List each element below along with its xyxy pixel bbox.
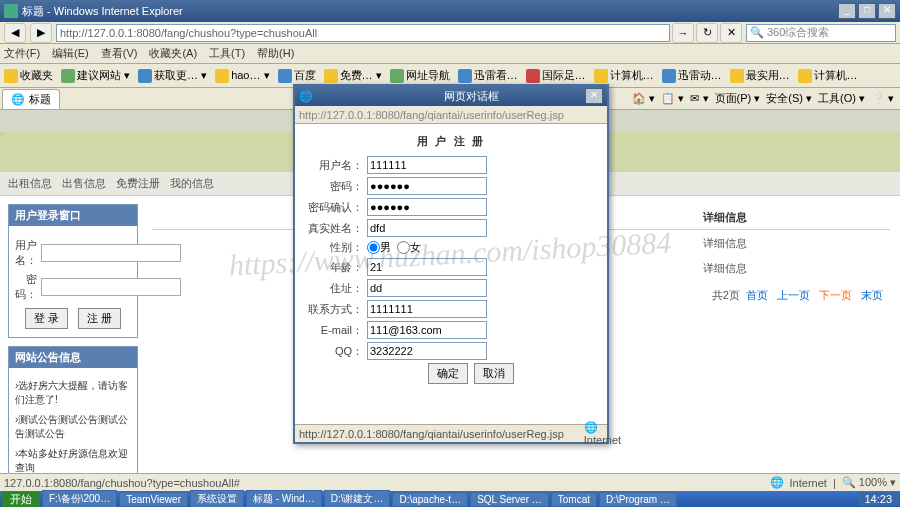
fav-item[interactable]: 计算机… xyxy=(594,68,654,83)
page-menu[interactable]: 页面(P) ▾ xyxy=(715,91,761,106)
fav-item[interactable]: 迅雷动… xyxy=(662,68,722,83)
nav-item[interactable]: 我的信息 xyxy=(170,176,214,191)
browser-tab[interactable]: 🌐 标题 xyxy=(2,89,60,109)
fav-item[interactable]: 获取更… ▾ xyxy=(138,68,207,83)
star-icon xyxy=(4,69,18,83)
pager-prev[interactable]: 上一页 xyxy=(777,289,810,301)
nav-item[interactable]: 出租信息 xyxy=(8,176,52,191)
search-input[interactable]: 🔍 360综合搜索 xyxy=(746,24,896,42)
dialog-close-button[interactable]: ✕ xyxy=(585,88,603,104)
nav-item[interactable]: 出售信息 xyxy=(62,176,106,191)
reg-contact-input[interactable] xyxy=(367,300,487,318)
dialog-status-zone: 🌐 Internet xyxy=(584,421,621,446)
status-zoom[interactable]: 🔍 100% ▾ xyxy=(842,476,896,489)
window-title: 标题 - Windows Internet Explorer xyxy=(22,4,838,19)
task-item[interactable]: D:\apache-t… xyxy=(392,492,468,507)
nav-item[interactable]: 免费注册 xyxy=(116,176,160,191)
announce-item[interactable]: ›选好房六大提醒，请访客们注意了! xyxy=(15,376,131,410)
stop-button[interactable]: ✕ xyxy=(720,23,742,43)
dialog-title: 网页对话框 xyxy=(444,89,585,104)
fav-item[interactable]: 网址导航 xyxy=(390,68,450,83)
detail-link[interactable]: 详细信息 xyxy=(703,262,747,274)
reg-username-input[interactable] xyxy=(367,156,487,174)
fav-item[interactable]: 计算机… xyxy=(798,68,858,83)
pager-first[interactable]: 首页 xyxy=(746,289,768,301)
task-item[interactable]: D:\Program … xyxy=(599,492,677,507)
dialog-status-url: http://127.0.0.1:8080/fang/qiantai/useri… xyxy=(299,428,564,440)
search-icon: 🔍 xyxy=(750,26,764,39)
fav-item[interactable]: 百度 xyxy=(278,68,316,83)
maximize-button[interactable]: □ xyxy=(858,3,876,19)
task-item[interactable]: TeamViewer xyxy=(119,492,188,507)
dialog-heading: 用 户 注 册 xyxy=(305,130,597,153)
favorites-button[interactable]: 收藏夹 xyxy=(4,68,53,83)
announce-item[interactable]: ›测试公告测试公告测试公告测试公告 xyxy=(15,410,131,444)
task-item[interactable]: Tomcat xyxy=(551,492,597,507)
reg-realname-input[interactable] xyxy=(367,219,487,237)
address-input[interactable]: http://127.0.0.1:8080/fang/chushou?type=… xyxy=(56,24,670,42)
login-panel-title: 用户登录窗口 xyxy=(9,205,137,226)
back-button[interactable]: ◀ xyxy=(4,23,26,43)
dialog-icon: 🌐 xyxy=(299,90,440,103)
announce-panel-title: 网站公告信息 xyxy=(9,347,137,368)
menu-view[interactable]: 查看(V) xyxy=(101,46,138,61)
reg-qq-input[interactable] xyxy=(367,342,487,360)
go-button[interactable]: → xyxy=(672,23,694,43)
safety-menu[interactable]: 安全(S) ▾ xyxy=(766,91,812,106)
forward-button[interactable]: ▶ xyxy=(30,23,52,43)
minimize-button[interactable]: _ xyxy=(838,3,856,19)
detail-link[interactable]: 详细信息 xyxy=(703,237,747,249)
fav-item[interactable]: 国际足… xyxy=(526,68,586,83)
task-item[interactable]: 标题 - Wind… xyxy=(246,490,322,507)
reg-confirm-input[interactable] xyxy=(367,198,487,216)
task-item[interactable]: 系统设置 xyxy=(190,490,244,507)
reg-gender-female[interactable] xyxy=(397,241,410,254)
dialog-address: http://127.0.0.1:8080/fang/qiantai/useri… xyxy=(295,106,607,124)
tab-icon: 🌐 xyxy=(11,93,25,106)
menu-favorites[interactable]: 收藏夹(A) xyxy=(149,46,197,61)
app-icon xyxy=(4,4,18,18)
dialog-ok-button[interactable]: 确定 xyxy=(428,363,468,384)
system-tray[interactable]: 14:23 xyxy=(858,492,898,506)
menu-tools[interactable]: 工具(T) xyxy=(209,46,245,61)
fav-item[interactable]: 免费… ▾ xyxy=(324,68,382,83)
fav-item[interactable]: 建议网站 ▾ xyxy=(61,68,130,83)
register-dialog: 🌐 网页对话框 ✕ http://127.0.0.1:8080/fang/qia… xyxy=(293,84,609,444)
menu-file[interactable]: 文件(F) xyxy=(4,46,40,61)
start-button[interactable]: 开始 xyxy=(2,491,40,508)
task-item[interactable]: D:\谢建文… xyxy=(324,490,391,507)
pager-next[interactable]: 下一页 xyxy=(819,289,852,301)
fav-item[interactable]: hao… ▾ xyxy=(215,69,269,83)
fav-item[interactable]: 最实用… xyxy=(730,68,790,83)
feed-button[interactable]: 📋 ▾ xyxy=(661,91,684,106)
reg-address-input[interactable] xyxy=(367,279,487,297)
mail-button[interactable]: ✉ ▾ xyxy=(690,91,708,106)
reg-gender-male[interactable] xyxy=(367,241,380,254)
status-url: 127.0.0.1:8080/fang/chushou?type=chushou… xyxy=(4,477,240,489)
tools-menu[interactable]: 工具(O) ▾ xyxy=(818,91,865,106)
status-zone: Internet xyxy=(790,477,827,489)
pager-last[interactable]: 末页 xyxy=(861,289,883,301)
reg-age-input[interactable] xyxy=(367,258,487,276)
help-button[interactable]: ❔ ▾ xyxy=(871,91,894,106)
announce-item[interactable]: ›本站多处好房源信息欢迎查询 xyxy=(15,444,131,473)
reg-email-input[interactable] xyxy=(367,321,487,339)
fav-item[interactable]: 迅雷看… xyxy=(458,68,518,83)
menu-help[interactable]: 帮助(H) xyxy=(257,46,294,61)
status-zone-icon: 🌐 xyxy=(770,476,784,489)
close-button[interactable]: ✕ xyxy=(878,3,896,19)
refresh-button[interactable]: ↻ xyxy=(696,23,718,43)
login-button[interactable]: 登 录 xyxy=(25,308,68,329)
dialog-cancel-button[interactable]: 取消 xyxy=(474,363,514,384)
task-item[interactable]: SQL Server … xyxy=(470,492,549,507)
menu-edit[interactable]: 编辑(E) xyxy=(52,46,89,61)
home-button[interactable]: 🏠 ▾ xyxy=(632,91,655,106)
register-button[interactable]: 注 册 xyxy=(78,308,121,329)
reg-password-input[interactable] xyxy=(367,177,487,195)
task-item[interactable]: F:\备份\200… xyxy=(42,490,117,507)
